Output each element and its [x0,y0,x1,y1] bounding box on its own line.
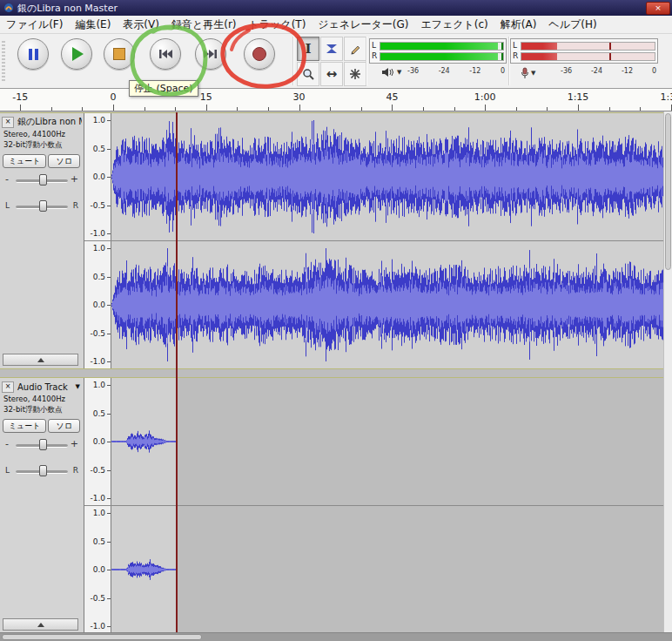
meter-channel-label: R [513,51,521,61]
amp-scale-label: -1.0 [90,357,105,366]
horizontal-scrollbar-thumb[interactable] [2,634,202,640]
window-close-button[interactable]: × [646,2,670,15]
zoom-tool-button[interactable] [297,62,319,86]
ruler-tick [237,107,238,111]
recording-level-bar-left [521,42,655,51]
track-name-menu[interactable]: 銀のLibra non M ▼ [16,116,82,128]
skip-to-start-button[interactable] [150,38,181,70]
track-name: 銀のLibra non M [17,116,82,128]
amp-scale-tick [107,385,111,386]
menu-item[interactable]: ファイル(F) [0,16,69,34]
ruler-tick [609,107,610,111]
ruler-tick [578,105,579,111]
vertical-scrollbar[interactable] [663,111,672,632]
amp-scale-label: 0.0 [93,437,105,446]
solo-button[interactable]: ソロ [48,154,80,168]
track-1: × 銀のLibra non M ▼ Stereo, 44100Hz 32-bit… [0,112,663,369]
play-button[interactable] [61,38,92,70]
amp-scale-tick [107,414,111,415]
amp-scale-tick [107,206,111,206]
amp-scale-tick [107,570,111,570]
pan-slider[interactable]: L R [3,463,80,479]
recording-meter[interactable]: L R [510,38,658,64]
tracks-area: × 銀のLibra non M ▼ Stereo, 44100Hz 32-bit… [0,111,672,632]
ruler-tick [547,107,548,111]
gain-max-label: + [71,438,78,449]
amp-scale-tick [107,598,111,599]
track-format-info: Stereo, 44100Hz [3,130,65,138]
ruler-tick [640,107,641,111]
output-volume-control[interactable]: ▼ [381,67,401,78]
track-close-button[interactable]: × [2,117,14,128]
amp-scale-tick [107,442,111,442]
ruler-tick [516,107,517,111]
amp-scale-tick [107,626,111,627]
toolbar-grip[interactable] [2,41,5,81]
selection-tool-button[interactable]: I [297,37,319,61]
track-collapse-button[interactable] [3,354,78,366]
waveform-right-channel[interactable] [111,241,663,368]
multi-tool-button[interactable] [344,62,366,86]
pan-slider-thumb[interactable] [39,465,47,476]
audacity-window: 銀のLibra non Master × ファイル(F)編集(E)表示(V)録音… [0,0,672,641]
stop-button[interactable] [104,38,135,70]
gain-slider-thumb[interactable] [39,174,47,186]
horizontal-scrollbar[interactable] [0,632,672,641]
mute-button[interactable]: ミュート [3,154,46,168]
amp-scale-tick [107,305,111,306]
menu-item[interactable]: 編集(E) [69,16,117,34]
waveform-left-channel[interactable] [111,378,663,505]
menu-item[interactable]: 表示(V) [117,16,165,34]
pause-button[interactable] [17,38,49,70]
pan-slider[interactable]: L R [3,199,80,214]
vertical-scrollbar-thumb[interactable] [665,113,671,270]
chevron-down-icon: ▼ [76,383,80,390]
draw-tool-button[interactable] [344,37,366,61]
menu-item[interactable]: ジェネレーター(G) [312,16,414,34]
play-icon [72,47,84,61]
amplitude-ruler[interactable]: 1.00.50.0-0.5-1.0 [84,241,111,368]
amplitude-ruler[interactable]: 1.00.50.0-0.5-1.0 [84,113,111,240]
amplitude-ruler[interactable]: 1.00.50.0-0.5-1.0 [84,506,111,633]
gain-slider-thumb[interactable] [39,439,47,450]
record-button[interactable] [244,38,275,70]
menu-item[interactable]: エフェクト(c) [414,16,494,34]
meter-channel-label: R [372,51,380,61]
waveform-right-channel[interactable] [111,506,663,633]
skip-to-end-button[interactable] [195,38,226,70]
amp-scale-label: -0.5 [90,594,105,603]
gain-slider[interactable]: - + [3,172,80,188]
solo-button[interactable]: ソロ [48,419,80,433]
ruler-tick [454,107,455,111]
magnifier-icon [302,68,314,80]
track-2: × Audio Track ▼ Stereo, 44100Hz 32-bit浮動… [0,377,663,634]
menu-item[interactable]: 解析(A) [494,16,543,34]
input-volume-control[interactable]: ▼ [521,67,535,79]
amp-scale-label: 0.5 [93,273,105,281]
amp-scale-tick [107,177,111,178]
menu-item[interactable]: 録音と再生(r) [165,16,243,34]
amp-scale-tick [107,233,111,234]
chevron-down-icon: ▼ [397,69,401,76]
menu-item[interactable]: トラック(T) [243,16,312,34]
meter-channel-label: L [372,41,380,51]
ruler-label: 45 [386,91,398,103]
mute-button[interactable]: ミュート [3,419,46,433]
ruler-tick [423,107,424,111]
amp-scale-tick [107,149,111,150]
waveform-left-channel[interactable] [111,113,663,240]
gain-slider[interactable]: - + [3,437,80,453]
timeshift-tool-button[interactable]: ↔ [320,62,343,86]
pan-slider-thumb[interactable] [39,200,47,212]
track-name-menu[interactable]: Audio Track ▼ [16,382,82,392]
toolbar: I ↔ L R ▼ -36-24-120 L [0,34,672,89]
envelope-tool-button[interactable] [320,37,343,61]
meter-scale-label: -12 [622,67,633,75]
track-close-button[interactable]: × [2,381,14,393]
track-collapse-button[interactable] [3,618,78,631]
amplitude-ruler[interactable]: 1.00.50.0-0.5-1.0 [84,378,111,505]
amp-scale-tick [107,498,111,499]
playback-meter[interactable]: L R [369,38,507,64]
timeline-ruler[interactable]: -1501530451:001:151:30 [0,89,672,111]
menu-item[interactable]: ヘルプ(H) [542,16,602,34]
